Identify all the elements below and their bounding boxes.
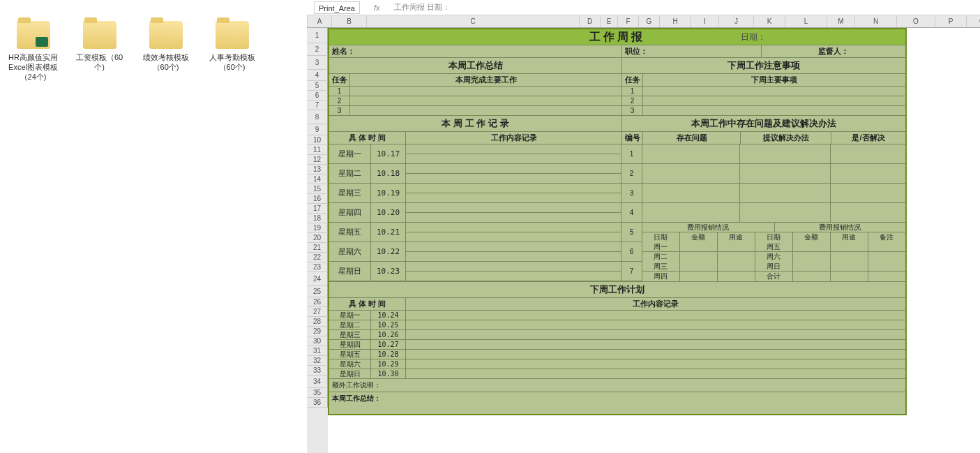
task-row[interactable]: 33 [329, 105, 905, 115]
col-header[interactable]: J [719, 15, 754, 27]
task-content[interactable] [350, 87, 622, 96]
day-block[interactable]: 星期五10.21 [329, 223, 621, 242]
day-block[interactable]: 星期一10.17 [329, 144, 621, 164]
expense-cell[interactable] [680, 242, 718, 251]
col-header[interactable]: E [601, 15, 618, 27]
expense-data-row[interactable]: 6周一周五周二周六 [621, 242, 905, 262]
expense-cell[interactable] [868, 272, 905, 281]
expense-cell[interactable] [868, 262, 905, 271]
folder-item[interactable]: HR高颜值实用Excel图表模板（24个) [7, 21, 59, 82]
formula-content[interactable]: 工作周报 日期： [394, 2, 450, 13]
expense-cell[interactable] [831, 272, 868, 281]
col-header[interactable]: O [897, 15, 935, 27]
row-header[interactable]: 12 [307, 155, 328, 165]
day-content[interactable] [406, 184, 621, 202]
day-content[interactable] [406, 203, 621, 222]
row-header[interactable]: 16 [307, 194, 328, 204]
expense-cell[interactable] [793, 242, 831, 251]
row-header[interactable]: 7 [307, 101, 328, 110]
row-header[interactable]: 20 [307, 233, 328, 243]
row-header[interactable]: 17 [307, 204, 328, 214]
expense-cell[interactable] [680, 272, 718, 281]
plan-content[interactable] [406, 320, 905, 329]
extra-work-label[interactable]: 额外工作说明： [329, 378, 905, 392]
plan-row[interactable]: 星期二10.25 [329, 320, 905, 329]
plan-content[interactable] [406, 330, 905, 339]
expense-cell[interactable] [868, 252, 905, 262]
issue-text[interactable] [642, 184, 740, 202]
col-header[interactable]: N [855, 15, 897, 27]
expense-cell[interactable]: 周一 [642, 242, 680, 251]
row-header[interactable]: 23 [307, 262, 328, 272]
solved-text[interactable] [831, 144, 905, 163]
col-header[interactable]: F [618, 15, 639, 27]
expense-cell[interactable] [831, 242, 868, 251]
expense-cell[interactable]: 周五 [755, 242, 793, 251]
issue-row[interactable]: 4 [621, 203, 905, 223]
expense-cell[interactable] [793, 252, 831, 262]
plan-content[interactable] [406, 369, 905, 378]
day-content[interactable] [406, 242, 621, 261]
row-header[interactable]: 22 [307, 253, 328, 262]
plan-row[interactable]: 星期六10.29 [329, 359, 905, 369]
expense-cell[interactable] [831, 252, 868, 262]
row-header[interactable]: 19 [307, 223, 328, 233]
row-header[interactable]: 5 [307, 81, 328, 91]
row-header[interactable]: 8 [307, 110, 328, 124]
folder-item[interactable]: 工资模板（60个) [73, 21, 126, 82]
row-header[interactable]: 26 [307, 297, 328, 307]
plan-content[interactable] [406, 311, 905, 320]
row-header[interactable]: 9 [307, 124, 328, 135]
row-header[interactable]: 35 [307, 388, 328, 398]
expense-cell[interactable] [680, 262, 718, 271]
plan-content[interactable] [406, 350, 905, 359]
issue-text[interactable] [642, 144, 740, 163]
task-content[interactable] [350, 96, 622, 105]
solved-text[interactable] [831, 184, 905, 202]
day-block[interactable]: 星期日10.23 [329, 262, 621, 281]
row-header[interactable]: 1 [307, 28, 328, 43]
next-task-content[interactable] [643, 87, 905, 96]
day-content[interactable] [406, 223, 621, 242]
solved-text[interactable] [831, 164, 905, 183]
next-task-content[interactable] [643, 96, 905, 105]
row-header[interactable]: 15 [307, 184, 328, 194]
expense-cell[interactable] [793, 272, 831, 281]
day-content[interactable] [406, 262, 621, 281]
col-header[interactable]: B [332, 15, 367, 27]
name-box[interactable]: Print_Area [314, 1, 360, 14]
supervisor-label[interactable]: 监督人： [762, 45, 905, 57]
expense-cell[interactable]: 周三 [642, 262, 680, 271]
grid[interactable]: 工作周报 日期： 姓名： 职位： 监督人： 本周工作总结 下周工作注意事项 任务… [328, 28, 980, 453]
suggest-text[interactable] [740, 184, 831, 202]
col-header[interactable]: I [691, 15, 719, 27]
day-block[interactable]: 星期六10.22 [329, 242, 621, 262]
row-header[interactable]: 36 [307, 398, 328, 408]
col-header[interactable]: P [935, 15, 967, 27]
expense-cell[interactable] [680, 252, 718, 262]
row-header[interactable]: 25 [307, 286, 328, 297]
col-header[interactable]: D [580, 15, 601, 27]
row-header[interactable]: 28 [307, 317, 328, 327]
plan-row[interactable]: 星期五10.28 [329, 349, 905, 359]
sheet-area[interactable]: 1234567891011121314151617181920212223242… [307, 28, 980, 453]
issue-row[interactable]: 3 [621, 184, 905, 203]
folder-item[interactable]: 人事考勤模板（60个) [206, 21, 258, 82]
row-header[interactable]: 21 [307, 243, 328, 253]
expense-cell[interactable] [831, 262, 868, 271]
row-header[interactable]: 11 [307, 145, 328, 155]
plan-content[interactable] [406, 359, 905, 369]
row-header[interactable]: 2 [307, 43, 328, 56]
col-header[interactable]: L [785, 15, 827, 27]
row-header[interactable]: 14 [307, 174, 328, 184]
row-header[interactable]: 30 [307, 336, 328, 346]
row-header[interactable]: 6 [307, 91, 328, 101]
task-row[interactable]: 22 [329, 96, 905, 105]
issue-text[interactable] [642, 164, 740, 183]
position-label[interactable]: 职位： [622, 45, 762, 57]
day-block[interactable]: 星期二10.18 [329, 164, 621, 184]
row-header[interactable]: 18 [307, 214, 328, 223]
expense-cell[interactable] [718, 272, 755, 281]
row-header[interactable]: 27 [307, 307, 328, 317]
plan-row[interactable]: 星期日10.30 [329, 369, 905, 378]
